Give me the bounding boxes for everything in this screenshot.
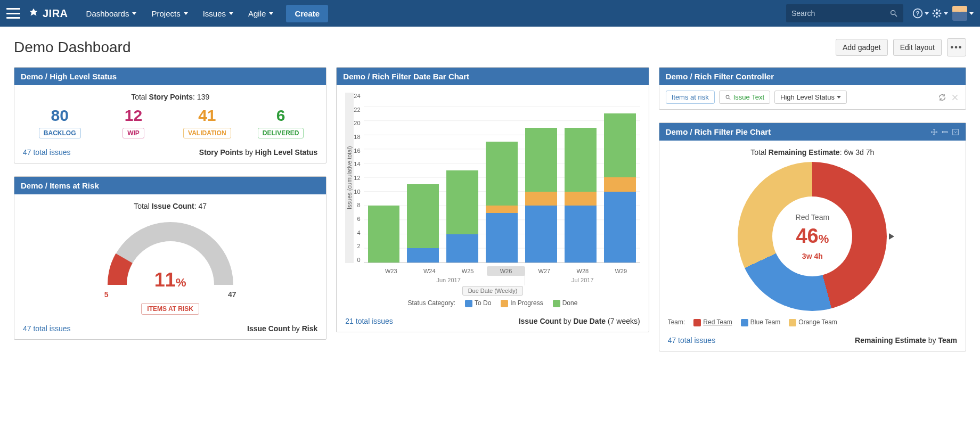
gadget-header[interactable]: Demo / Items at Risk	[14, 177, 326, 194]
gauge-max: 47	[228, 290, 236, 299]
x-label-W24[interactable]: W24	[410, 266, 448, 276]
svg-point-0	[891, 11, 895, 15]
status-block[interactable]: 41VALIDATION	[170, 106, 244, 138]
total-issues-link[interactable]: 47 total issues	[23, 324, 71, 333]
nav-projects[interactable]: Projects	[144, 0, 195, 27]
bar-chart-legend: Status Category: To Do In Progress Done	[345, 299, 640, 307]
legend-label: Team:	[668, 318, 685, 326]
nav-agile[interactable]: Agile	[241, 0, 281, 27]
hamburger-menu-icon[interactable]	[6, 8, 20, 19]
y-axis-label: Issues (cumulative total)	[345, 93, 354, 263]
svg-rect-17	[942, 131, 947, 132]
gadget-high-level-status: Demo / High Level Status Total Story Poi…	[14, 67, 326, 163]
total-issues-link[interactable]: 47 total issues	[23, 148, 71, 157]
donut-center-label: Red Team 46% 3w 4h	[668, 213, 957, 260]
dashboard-columns: Demo / High Level Status Total Story Poi…	[0, 63, 980, 367]
page-header: Demo Dashboard Add gadget Edit layout ••…	[0, 27, 980, 63]
status-block[interactable]: 80BACKLOG	[23, 106, 96, 138]
footer-summary: Remaining Estimate by Team	[855, 336, 957, 345]
legend-item-red-team[interactable]: Red Team	[693, 318, 732, 326]
gadget-header[interactable]: Demo / High Level Status	[14, 68, 326, 85]
total-issue-count: Total Issue Count: 47	[23, 202, 317, 210]
chevron-down-icon	[229, 12, 233, 15]
top-navigation: JIRA Dashboards Projects Issues Agile Cr…	[0, 0, 980, 27]
x-axis-title: Due Date (Weekly)	[345, 288, 640, 294]
x-label-W27[interactable]: W27	[525, 266, 564, 276]
chip-high-level-status[interactable]: High Level Status	[774, 91, 847, 104]
svg-line-11	[934, 15, 935, 17]
svg-text:?: ?	[916, 10, 919, 17]
svg-line-14	[729, 98, 730, 100]
bar-W23[interactable]	[368, 206, 400, 263]
gadget-items-at-risk: Demo / Items at Risk Total Issue Count: …	[14, 176, 326, 340]
gauge-min: 5	[104, 290, 109, 299]
bar-W28[interactable]	[565, 128, 597, 263]
legend-item-done[interactable]: Done	[553, 299, 578, 307]
jira-logo[interactable]: JIRA	[28, 7, 68, 20]
bar-W25[interactable]	[446, 170, 478, 263]
search-box[interactable]	[786, 4, 903, 22]
bar-W29[interactable]	[604, 113, 636, 263]
items-at-risk-tag: ITEMS AT RISK	[141, 303, 199, 315]
x-label-W26[interactable]: W26	[487, 266, 525, 276]
risk-gauge: 11% 5 47	[101, 216, 240, 294]
help-button[interactable]: ?	[911, 0, 930, 27]
chevron-down-icon	[184, 12, 188, 15]
user-menu[interactable]	[952, 6, 974, 21]
gadget-header[interactable]: Demo / Rich Filter Date Bar Chart	[337, 68, 648, 85]
x-label-W29[interactable]: W29	[602, 266, 640, 276]
chip-issue-text[interactable]: Issue Text	[719, 91, 770, 104]
footer-summary: Story Points by High Level Status	[199, 148, 318, 157]
bar-chart: Issues (cumulative total) 24222018161412…	[345, 93, 640, 263]
refresh-icon[interactable]	[938, 93, 946, 102]
total-issues-link[interactable]: 21 total issues	[345, 317, 393, 325]
y-axis-ticks: 242220181614121086420	[354, 93, 363, 263]
x-label-W28[interactable]: W28	[564, 266, 602, 276]
footer-summary: Issue Count by Due Date (7 weeks)	[519, 317, 640, 325]
legend-item-inprogress[interactable]: In Progress	[501, 299, 543, 307]
chevron-down-icon	[837, 96, 841, 99]
status-block[interactable]: 12WIP	[96, 106, 170, 138]
total-issues-link[interactable]: 47 total issues	[668, 336, 716, 345]
gadget-header[interactable]: Demo / Rich Filter Controller	[659, 68, 966, 85]
plot-area	[364, 93, 640, 263]
settings-button[interactable]	[930, 0, 949, 27]
gadget-header[interactable]: Demo / Rich Filter Pie Chart	[659, 123, 966, 141]
chip-items-at-risk[interactable]: Items at risk	[666, 91, 715, 104]
chevron-down-icon	[132, 12, 136, 15]
close-icon[interactable]	[951, 93, 959, 102]
edit-layout-button[interactable]: Edit layout	[893, 39, 942, 56]
gauge-percent: 11%	[154, 269, 186, 291]
status-block[interactable]: 6DELIVERED	[244, 106, 317, 138]
svg-line-10	[938, 15, 940, 17]
more-actions-button[interactable]: •••	[947, 38, 966, 56]
legend-item-todo[interactable]: To Do	[465, 299, 491, 307]
total-remaining-estimate: Total Remaining Estimate: 6w 3d 7h	[668, 148, 957, 157]
nav-dashboards[interactable]: Dashboards	[79, 0, 144, 27]
svg-point-13	[726, 95, 729, 99]
legend-item-orange-team[interactable]: Orange Team	[789, 318, 837, 326]
svg-line-12	[938, 10, 940, 12]
legend-item-blue-team[interactable]: Blue Team	[741, 318, 780, 326]
x-label-W23[interactable]: W23	[372, 266, 410, 276]
bar-W26[interactable]	[486, 142, 518, 263]
move-icon[interactable]	[930, 128, 938, 136]
nav-issues[interactable]: Issues	[195, 0, 241, 27]
svg-rect-18	[953, 129, 959, 135]
gadget-pie-chart: Demo / Rich Filter Pie Chart Total Remai…	[659, 122, 966, 351]
month-label: Jun 2017	[372, 277, 525, 283]
total-story-points: Total Story Points: 139	[23, 93, 317, 101]
jira-logo-icon	[28, 7, 39, 19]
chevron-down-icon	[269, 12, 273, 15]
create-button[interactable]: Create	[286, 5, 328, 22]
dropdown-icon[interactable]	[952, 128, 959, 136]
x-label-W25[interactable]: W25	[448, 266, 487, 276]
gadget-bar-chart: Demo / Rich Filter Date Bar Chart Issues…	[336, 67, 649, 332]
add-gadget-button[interactable]: Add gadget	[836, 39, 888, 56]
search-input[interactable]	[791, 9, 889, 18]
bar-W24[interactable]	[407, 184, 439, 263]
user-avatar-icon	[952, 6, 967, 21]
page-title: Demo Dashboard	[14, 39, 130, 56]
minimize-icon[interactable]	[941, 128, 949, 136]
bar-W27[interactable]	[525, 128, 557, 263]
